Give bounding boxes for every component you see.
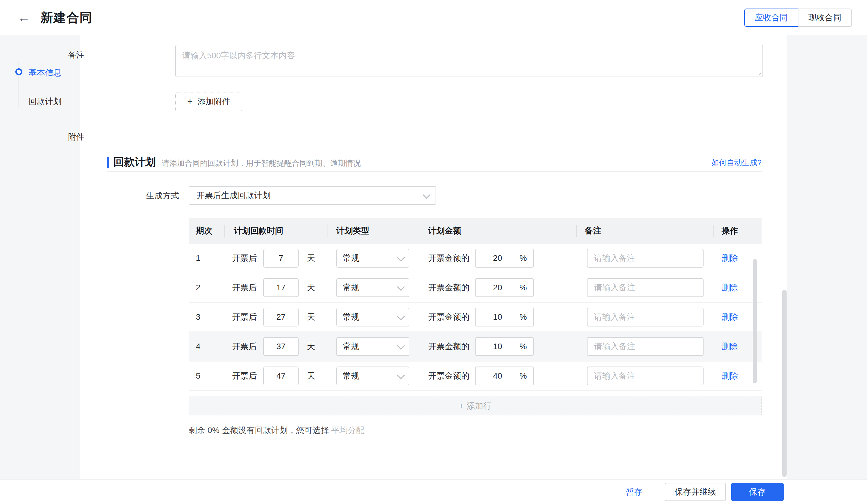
plan-type-value: 常规	[343, 253, 359, 264]
toggle-cash-contract[interactable]: 现收合同	[799, 9, 852, 27]
generate-method-label: 生成方式	[0, 190, 179, 201]
percent-value: 10	[475, 312, 520, 322]
amount-prefix: 开票金额的	[428, 362, 469, 390]
note-input[interactable]	[587, 337, 704, 356]
amount-prefix: 开票金额的	[428, 244, 469, 272]
plan-type-select[interactable]: 常规	[336, 278, 409, 297]
contract-type-toggle: 应收合同 现收合同	[744, 9, 852, 27]
plus-icon: +	[459, 401, 463, 411]
sidebar-item-payment-plan[interactable]: 回款计划	[29, 96, 62, 107]
note-input[interactable]	[587, 249, 704, 268]
days-input[interactable]	[263, 249, 299, 268]
percent-sign: %	[520, 312, 533, 322]
plan-type-select[interactable]: 常规	[336, 366, 409, 385]
plan-type-select[interactable]: 常规	[336, 249, 409, 268]
page-title: 新建合同	[41, 9, 93, 26]
days-input[interactable]	[263, 308, 299, 326]
add-row-label: 添加行	[467, 400, 492, 411]
sidebar-item-basic-info[interactable]: 基本信息	[29, 67, 62, 78]
percent-value: 20	[475, 254, 520, 263]
time-suffix: 天	[307, 244, 315, 272]
percent-input[interactable]: 10 %	[475, 337, 534, 356]
generate-method-select[interactable]: 开票后生成回款计划	[189, 186, 436, 205]
col-header-action: 操作	[721, 218, 738, 244]
period-cell: 4	[196, 332, 201, 361]
percent-input[interactable]: 10 %	[475, 308, 534, 326]
note-input[interactable]	[587, 308, 704, 326]
delete-row-link[interactable]: 删除	[721, 332, 738, 361]
col-header-time: 计划回款时间	[234, 218, 283, 244]
delete-row-link[interactable]: 删除	[721, 244, 738, 272]
generate-method-value: 开票后生成回款计划	[196, 190, 271, 201]
save-draft-link[interactable]: 暂存	[626, 486, 642, 497]
section-divider	[107, 171, 762, 172]
header-separator	[713, 225, 714, 237]
payment-plan-table: 期次 计划回款时间 计划类型 计划金额 备注 操作 1 开票后 天 常规	[189, 218, 762, 391]
chevron-down-icon	[397, 342, 405, 350]
percent-input[interactable]: 40 %	[475, 366, 534, 385]
nav-active-dot-icon	[15, 68, 22, 75]
time-suffix: 天	[307, 362, 315, 390]
percent-value: 10	[475, 342, 520, 351]
delete-row-link[interactable]: 删除	[721, 303, 738, 332]
period-cell: 3	[196, 303, 201, 332]
amount-prefix: 开票金额的	[428, 273, 469, 302]
chevron-down-icon	[397, 371, 405, 379]
plan-type-select[interactable]: 常规	[336, 308, 409, 326]
header-separator	[224, 225, 225, 237]
table-scrollbar-thumb[interactable]	[753, 259, 757, 383]
percent-value: 20	[475, 283, 520, 292]
remark-label: 备注	[0, 50, 85, 61]
plan-type-value: 常规	[343, 282, 359, 293]
days-input[interactable]	[263, 278, 299, 297]
save-and-continue-button[interactable]: 保存并继续	[665, 483, 726, 501]
header-separator	[327, 225, 328, 237]
table-row: 3 开票后 天 常规 开票金额的 10 % 删除	[189, 303, 762, 332]
page-header: ← 新建合同 应收合同 现收合同	[0, 0, 867, 35]
percent-value: 40	[475, 371, 520, 380]
col-header-type: 计划类型	[336, 218, 369, 244]
back-arrow-icon[interactable]: ←	[18, 11, 32, 24]
percent-sign: %	[520, 254, 533, 263]
delete-row-link[interactable]: 删除	[721, 273, 738, 302]
percent-input[interactable]: 20 %	[475, 278, 534, 297]
delete-row-link[interactable]: 删除	[721, 362, 738, 390]
section-accent-bar	[107, 157, 109, 168]
chevron-down-icon	[397, 283, 405, 291]
add-attachment-label: 添加附件	[197, 96, 230, 107]
page-scrollbar-thumb[interactable]	[782, 290, 786, 477]
new-contract-page: ← 新建合同 应收合同 现收合同 基本信息 回款计划 备注 附件 + 添加附件	[0, 0, 867, 504]
plan-type-value: 常规	[343, 341, 359, 352]
col-header-amount: 计划金额	[428, 218, 461, 244]
add-attachment-button[interactable]: + 添加附件	[175, 92, 242, 111]
section-title: 回款计划	[114, 155, 156, 169]
time-prefix: 开票后	[232, 362, 257, 390]
time-prefix: 开票后	[232, 244, 257, 272]
table-header-row: 期次 计划回款时间 计划类型 计划金额 备注 操作	[189, 218, 762, 244]
table-row: 5 开票后 天 常规 开票金额的 40 % 删除	[189, 362, 762, 391]
time-suffix: 天	[307, 273, 315, 302]
period-cell: 1	[196, 244, 201, 272]
percent-input[interactable]: 20 %	[475, 249, 534, 268]
plus-icon: +	[187, 97, 193, 106]
footer-bar: 暂存 保存并继续 保存	[0, 479, 867, 504]
period-cell: 5	[196, 362, 201, 390]
table-row: 1 开票后 天 常规 开票金额的 20 % 删除	[189, 244, 762, 273]
note-input[interactable]	[587, 366, 704, 385]
save-button[interactable]: 保存	[731, 483, 784, 501]
table-row: 4 开票后 天 常规 开票金额的 10 % 删除	[189, 332, 762, 362]
days-input[interactable]	[263, 366, 299, 385]
section-description: 请添加合同的回款计划，用于智能提醒合同到期、逾期情况	[162, 158, 361, 168]
auto-generate-help-link[interactable]: 如何自动生成?	[711, 158, 762, 168]
days-input[interactable]	[263, 337, 299, 356]
table-body: 1 开票后 天 常规 开票金额的 20 % 删除 2 开票后 天 常规 开票金额…	[189, 244, 762, 391]
toggle-receivable-contract[interactable]: 应收合同	[744, 9, 799, 27]
chevron-down-icon	[422, 191, 430, 199]
attachment-label: 附件	[0, 131, 85, 142]
col-header-note: 备注	[585, 218, 601, 244]
add-row-button[interactable]: + 添加行	[189, 397, 762, 415]
remark-textarea[interactable]	[175, 45, 763, 77]
average-distribute-link[interactable]: 平均分配	[331, 426, 364, 435]
note-input[interactable]	[587, 278, 704, 297]
plan-type-select[interactable]: 常规	[336, 337, 409, 356]
